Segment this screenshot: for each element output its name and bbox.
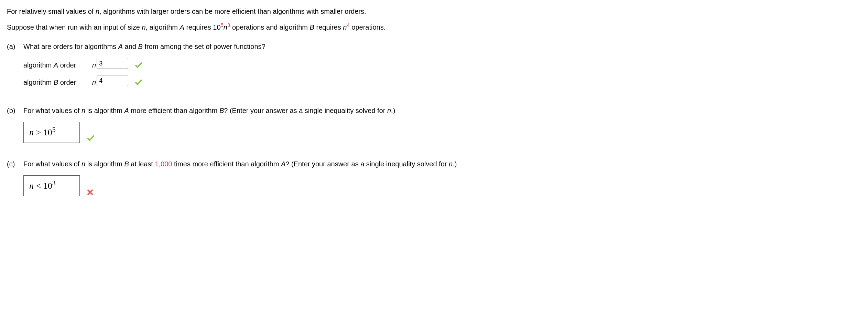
- check-icon: [134, 78, 143, 86]
- var-n: n: [82, 107, 85, 114]
- text: Suppose that when run with an input of s…: [7, 23, 142, 31]
- var-A: A: [281, 160, 285, 168]
- part-a-label: (a): [7, 41, 23, 52]
- intro-para-2: Suppose that when run with an input of s…: [7, 22, 861, 32]
- algorithm-b-row: algorithm B order n: [23, 75, 861, 90]
- var-B: B: [124, 160, 129, 168]
- text: is algorithm: [85, 160, 124, 168]
- text: requires: [184, 23, 213, 31]
- part-b-label: (b): [7, 105, 23, 116]
- var-B: B: [138, 43, 142, 50]
- text: .): [453, 160, 457, 168]
- var-A: A: [180, 23, 184, 31]
- text: For what values of: [23, 160, 82, 168]
- text: For what values of: [23, 107, 82, 114]
- highlighted-number: 1,000: [155, 160, 172, 168]
- part-a: (a) What are orders for algorithms A and…: [7, 41, 861, 90]
- var-A: A: [54, 61, 58, 69]
- var-n: n: [343, 23, 347, 31]
- var-n: n: [96, 8, 99, 15]
- text: ? (Enter your answer as a single inequal…: [285, 160, 449, 168]
- text: , algorithm: [146, 23, 180, 31]
- var-B: B: [310, 23, 314, 31]
- text: operations.: [350, 23, 386, 31]
- algorithm-b-exponent-input[interactable]: [97, 75, 128, 86]
- part-c-question: For what values of n is algorithm B at l…: [23, 159, 861, 169]
- part-b: (b) For what values of n is algorithm A …: [7, 105, 861, 143]
- text: from among the set of power functions?: [143, 43, 265, 50]
- part-c: (c) For what values of n is algorithm B …: [7, 159, 861, 196]
- var-n: n: [29, 181, 34, 191]
- text: algorithm: [23, 61, 54, 69]
- var-B: B: [219, 107, 224, 114]
- algorithm-a-label: algorithm A order: [23, 60, 92, 70]
- text: ? (Enter your answer as a single inequal…: [224, 107, 387, 114]
- var-n: n: [29, 127, 34, 137]
- intro-para-1: For relatively small values of n, algori…: [7, 6, 861, 17]
- var-n: n: [142, 23, 145, 31]
- text: is algorithm: [85, 107, 124, 114]
- text: , algorithms with larger orders can be m…: [99, 8, 366, 15]
- var-n: n: [224, 23, 227, 31]
- exponent: 5: [52, 126, 56, 133]
- var-n: n: [387, 107, 391, 114]
- num: 10: [213, 23, 220, 31]
- part-b-answer-box[interactable]: n > 105: [23, 122, 80, 143]
- text: operations and algorithm: [230, 23, 310, 31]
- var-A: A: [118, 43, 123, 50]
- part-c-label: (c): [7, 159, 23, 169]
- exponent: 3: [52, 179, 56, 187]
- var-n: n: [92, 60, 96, 70]
- exponent: 4: [347, 22, 349, 28]
- num: 10: [43, 127, 52, 137]
- num: 10: [43, 181, 52, 191]
- text: order: [58, 79, 76, 86]
- text: For relatively small values of: [7, 8, 96, 15]
- part-c-answer-box[interactable]: n < 103: [23, 175, 80, 196]
- text: times more efficient than algorithm: [172, 160, 281, 168]
- text: at least: [129, 160, 155, 168]
- x-icon: [87, 189, 94, 196]
- check-icon: [87, 134, 95, 142]
- check-icon: [134, 61, 143, 69]
- operator: >: [34, 127, 43, 137]
- text: algorithm: [23, 79, 54, 86]
- text: more efficient than algorithm: [129, 107, 219, 114]
- text: and: [123, 43, 138, 50]
- var-n: n: [82, 160, 85, 168]
- var-n: n: [449, 160, 453, 168]
- var-A: A: [124, 107, 129, 114]
- text: .): [391, 107, 395, 114]
- text: What are orders for algorithms: [23, 43, 118, 50]
- text: order: [58, 61, 76, 69]
- algorithm-b-label: algorithm B order: [23, 77, 92, 87]
- var-n: n: [92, 77, 96, 87]
- text: requires: [314, 23, 343, 31]
- algorithm-a-row: algorithm A order n: [23, 58, 861, 72]
- part-a-question: What are orders for algorithms A and B f…: [23, 41, 861, 52]
- algorithm-a-exponent-input[interactable]: [97, 58, 128, 69]
- var-B: B: [54, 79, 58, 86]
- part-b-question: For what values of n is algorithm A more…: [23, 105, 861, 116]
- exponent: 5: [221, 22, 224, 28]
- operator: <: [34, 181, 43, 191]
